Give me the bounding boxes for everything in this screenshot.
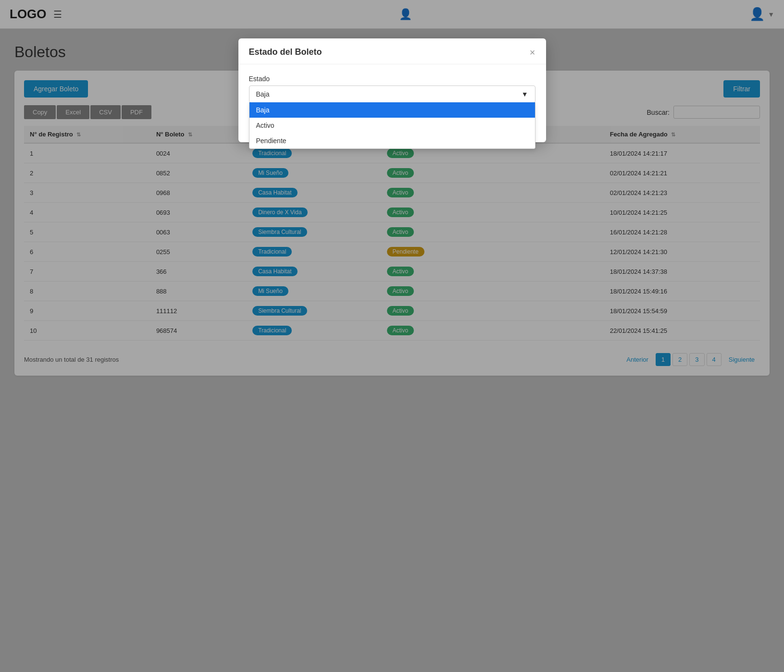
modal-close-button[interactable]: × (530, 48, 535, 57)
modal-header: Estado del Boleto × (238, 38, 546, 64)
option-baja[interactable]: Baja (249, 102, 535, 118)
estado-field-label: Estado (249, 75, 535, 83)
modal-overlay: Estado del Boleto × Estado Baja ▼ Baja A… (0, 0, 784, 672)
modal-title: Estado del Boleto (249, 47, 322, 57)
page-background: Boletos Agregar Boleto Filtrar Copy Exce… (0, 29, 784, 672)
estado-select-wrapper: Baja ▼ Baja Activo Pendiente (249, 86, 535, 103)
select-arrow-icon: ▼ (522, 90, 528, 98)
estado-dropdown: Baja Activo Pendiente (249, 102, 535, 149)
option-pendiente[interactable]: Pendiente (249, 133, 535, 148)
estado-select[interactable]: Baja ▼ (249, 86, 535, 103)
select-value: Baja (256, 90, 270, 98)
option-activo[interactable]: Activo (249, 118, 535, 133)
estado-modal: Estado del Boleto × Estado Baja ▼ Baja A… (238, 38, 546, 142)
modal-body: Estado Baja ▼ Baja Activo Pendiente (238, 64, 546, 111)
